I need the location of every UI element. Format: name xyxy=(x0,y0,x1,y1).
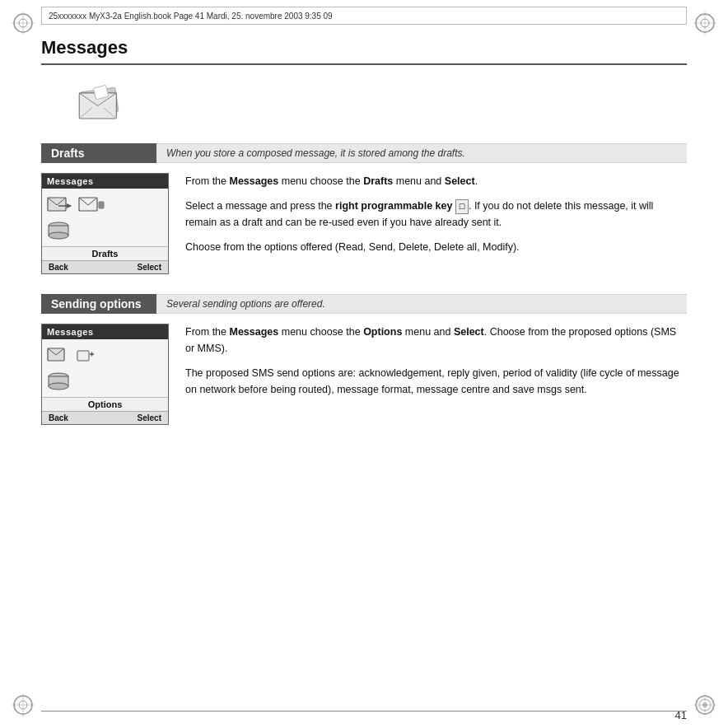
options-phone-label: Options xyxy=(42,397,168,411)
drafts-phone-nav: Back Select xyxy=(42,260,168,273)
drafts-phone-body xyxy=(42,189,168,246)
options-plus-icon xyxy=(77,348,95,364)
drafts-desc-1: From the Messages menu choose the Drafts… xyxy=(185,173,687,189)
sending-options-title: Sending options xyxy=(41,294,156,314)
corner-decoration-bl xyxy=(12,693,35,716)
options-icon-row-1 xyxy=(47,344,163,367)
options-desc-1: From the Messages menu choose the Option… xyxy=(185,324,687,357)
key-icon: ☐ xyxy=(455,199,469,214)
drafts-title: Drafts xyxy=(41,143,156,163)
drafts-section-header: Drafts When you store a composed message… xyxy=(41,143,687,163)
header-bar: 25xxxxxxx MyX3-2a English.book Page 41 M… xyxy=(41,7,687,25)
drafts-env-icon xyxy=(47,195,73,215)
drafts-select-btn[interactable]: Select xyxy=(138,263,161,272)
drafts-phone-mockup: Messages xyxy=(41,173,169,274)
options-back-btn[interactable]: Back xyxy=(49,413,68,422)
options-env-icon xyxy=(47,346,72,366)
options-phone-body xyxy=(42,339,168,397)
envelope-illustration xyxy=(74,82,687,127)
drafts-phone-label: Drafts xyxy=(42,246,168,260)
drafts-icon-row-1 xyxy=(47,194,163,217)
svg-point-39 xyxy=(49,383,68,390)
main-content: Messages Drafts When you store a compose… xyxy=(41,37,687,691)
drafts-icon-row-2 xyxy=(47,220,163,241)
corner-decoration-tr xyxy=(693,12,716,35)
options-db-icon xyxy=(47,372,70,390)
header-text: 25xxxxxxx MyX3-2a English.book Page 41 M… xyxy=(49,12,333,21)
drafts-description: From the Messages menu choose the Drafts… xyxy=(185,173,687,274)
svg-point-32 xyxy=(49,232,68,239)
options-icon-row-2 xyxy=(47,371,163,392)
options-phone-mockup: Messages xyxy=(41,324,169,425)
options-phone-header: Messages xyxy=(42,324,168,339)
drafts-body: Messages xyxy=(41,173,687,274)
envelope-icon xyxy=(74,82,132,127)
options-phone-nav: Back Select xyxy=(42,411,168,424)
sending-options-description: From the Messages menu choose the Option… xyxy=(185,324,687,425)
drafts-phone-header: Messages xyxy=(42,174,168,189)
page-number: 41 xyxy=(675,709,687,721)
options-select-btn[interactable]: Select xyxy=(138,413,161,422)
svg-rect-34 xyxy=(77,351,89,361)
bottom-rule xyxy=(41,711,687,712)
drafts-desc-2: Select a message and press the right pro… xyxy=(185,198,687,231)
page-title: Messages xyxy=(41,37,687,65)
drafts-env2-icon xyxy=(78,195,105,215)
sending-options-subtitle: Several sending options are offered. xyxy=(156,295,687,313)
corner-decoration-tl xyxy=(12,12,35,35)
corner-decoration-br xyxy=(693,693,716,716)
drafts-back-btn[interactable]: Back xyxy=(49,263,68,272)
options-desc-2: The proposed SMS send options are: ackno… xyxy=(185,365,687,398)
drafts-db-icon xyxy=(47,222,70,240)
drafts-desc-3: Choose from the options offered (Read, S… xyxy=(185,239,687,255)
sending-options-body: Messages xyxy=(41,324,687,425)
sending-options-section-header: Sending options Several sending options … xyxy=(41,294,687,314)
drafts-subtitle: When you store a composed message, it is… xyxy=(156,144,687,162)
